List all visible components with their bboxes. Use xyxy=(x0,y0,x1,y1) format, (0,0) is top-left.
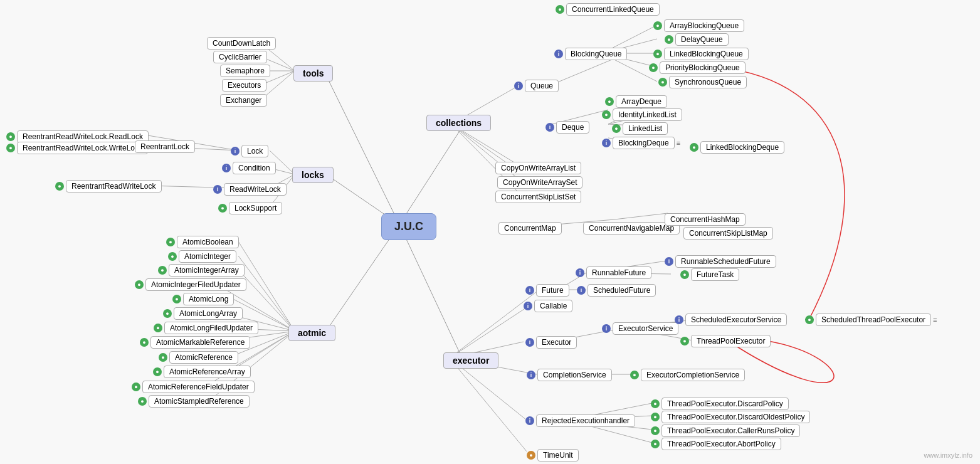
amr-icon: ● xyxy=(140,338,149,347)
locksupport-icon-c: ● xyxy=(218,204,227,213)
rwlock-icon-i: i xyxy=(213,185,222,194)
lock-node: i Lock xyxy=(231,145,268,157)
ar-icon: ● xyxy=(159,353,167,362)
tu-icon: ● xyxy=(527,451,535,460)
atomicreferencefieldsupdater-node: ● AtomicReferenceFieldUpdater xyxy=(132,381,255,393)
atomiclong-node: ● AtomicLong xyxy=(172,293,234,305)
runnablefuture-node: i RunnableFuture xyxy=(576,266,651,279)
copyonwritearraylist-node: CopyOnWriteArrayList xyxy=(495,162,581,174)
readwritelock-node: i ReadWriteLock xyxy=(213,183,287,196)
ill-icon: ● xyxy=(602,110,611,119)
abq-icon: ● xyxy=(653,21,662,30)
completionservice-label: CompletionService xyxy=(537,369,612,381)
svg-line-53 xyxy=(450,358,527,451)
sq-icon: ● xyxy=(658,78,667,87)
ai-icon: ● xyxy=(168,252,177,261)
lbd-icon: ● xyxy=(690,143,698,152)
rsf-icon: i xyxy=(665,257,673,266)
tools-label: tools xyxy=(293,65,333,82)
synchronousqueue-label: SynchronousQueue xyxy=(669,76,747,88)
aotmic-node: aotmic xyxy=(288,325,335,341)
cs-icon: i xyxy=(527,371,535,379)
queue-label: Queue xyxy=(525,80,559,92)
arraydeque-label: ArrayDeque xyxy=(616,95,667,108)
arfu-icon: ● xyxy=(132,382,140,391)
tpe-icon: ● xyxy=(680,337,689,345)
rf-icon: i xyxy=(576,268,584,277)
svg-line-4 xyxy=(399,224,462,358)
mindmap-canvas: J.U.C tools locks aotmic collections exe… xyxy=(0,0,980,464)
blockingdeque-label: BlockingDeque xyxy=(613,137,675,149)
reentrantreadwritelock-node: ● ReentrantReadWriteLock xyxy=(55,180,162,192)
executorservice-label: ExecutorService xyxy=(613,322,678,335)
countdownlatch-node: CountDownLatch xyxy=(207,37,276,50)
scheduledfuture-label: ScheduledFuture xyxy=(587,284,656,297)
atomicintegerarray-node: ● AtomicIntegerArray xyxy=(158,264,245,277)
runnablefuture-label: RunnableFuture xyxy=(586,266,651,279)
atomicboolean-node: ● AtomicBoolean xyxy=(166,236,239,248)
concurrentmap-node: ConcurrentMap xyxy=(498,222,562,235)
cssset-label: ConcurrentSkipListSet xyxy=(495,191,581,203)
dop-icon: ● xyxy=(651,413,660,421)
clq-icon: ● xyxy=(556,5,564,14)
re-label: RejectedExecutionhandler xyxy=(536,414,635,427)
ecs-label: ExecutorCompletionService xyxy=(641,369,745,381)
arraydeque-node: ● ArrayDeque xyxy=(605,95,667,108)
delayqueue-label: DelayQueue xyxy=(675,33,729,46)
priorityblockingqueue-node: ● PriorityBlockingQueue xyxy=(649,61,746,74)
cowset-label: CopyOnWriteArraySet xyxy=(497,176,582,189)
es-icon: i xyxy=(602,324,611,333)
ab-icon: ● xyxy=(166,238,175,246)
concurrentlinkedqueue-node: ● ConcurrentLinkedQueue xyxy=(556,3,660,16)
rrwl-readlock-label: ReentrantReadWriteLock.ReadLock xyxy=(17,130,149,143)
linkedblockingqueue-node: ● LinkedBlockingQueue xyxy=(653,48,749,60)
executor-sub-label: Executor xyxy=(536,336,577,349)
arrayblockingqueue-label: ArrayBlockingQueue xyxy=(664,19,744,32)
atomicintegerarray-label: AtomicIntegerArray xyxy=(169,264,245,277)
aotmic-label: aotmic xyxy=(288,325,335,341)
dop-label: ThreadPoolExecutor.DiscardOldestPolicy xyxy=(661,411,810,423)
callable-icon: i xyxy=(524,302,532,310)
atomiclongfiledupdater-node: ● AtomicLongFiledUpdater xyxy=(154,322,258,334)
readwritelock-label: ReadWriteLock xyxy=(224,183,287,196)
crp-icon: ● xyxy=(651,426,660,435)
dp-label: ThreadPoolExecutor.DiscardPolicy xyxy=(661,398,789,410)
locksupport-label: LockSupport xyxy=(229,202,282,214)
semaphore-node: Semaphore xyxy=(220,65,270,77)
executorservice-node: i ExecutorService xyxy=(602,322,678,335)
collections-label: collections xyxy=(426,115,491,131)
atomiclongfiledupdater-label: AtomicLongFiledUpdater xyxy=(164,322,258,334)
lbq-icon: ● xyxy=(653,50,662,58)
executor-node: executor xyxy=(443,352,498,369)
delayqueue-node: ● DelayQueue xyxy=(665,33,729,46)
rrwl-write-icon: ● xyxy=(6,144,15,152)
atomicinteger-label: AtomicInteger xyxy=(179,250,236,263)
atomicstampedreference-label: AtomicStampledReference xyxy=(149,395,250,408)
deque-node: i Deque xyxy=(545,121,589,134)
linkedlist-node: ● LinkedList xyxy=(612,122,668,135)
ala-icon: ● xyxy=(163,309,172,318)
copyonwritearrayset-node: CopyOnWriteArraySet xyxy=(497,176,582,189)
executor-label: executor xyxy=(443,352,498,369)
queue-node: i Queue xyxy=(514,80,559,92)
cowlist-label: CopyOnWriteArrayList xyxy=(495,162,581,174)
ses-icon: i xyxy=(675,315,683,324)
condition-icon-i: i xyxy=(222,164,231,172)
linkedblockingqueue-label: LinkedBlockingQueue xyxy=(664,48,749,60)
svg-line-46 xyxy=(614,213,668,219)
svg-line-49 xyxy=(450,305,530,358)
threadpoolexecutor-node: ● ThreadPoolExecutor xyxy=(680,335,771,347)
identitylinkedlist-label: IdentityLinkedList xyxy=(613,108,682,121)
lock-icon-i: i xyxy=(231,147,240,156)
atomicreferencefieldsupdater-label: AtomicReferenceFieldUpdater xyxy=(142,381,255,393)
futuretask-label: FutureTask xyxy=(691,268,739,281)
cyclicbarrier-label: CyclicBarrier xyxy=(213,51,267,63)
al-icon: ● xyxy=(172,295,181,303)
semaphore-label: Semaphore xyxy=(220,65,270,77)
cslmap-label: ConcurrentSkipListMap xyxy=(683,227,773,240)
exec-icon: i xyxy=(525,338,534,347)
aia-icon: ● xyxy=(158,266,167,275)
executors-label: Executors xyxy=(222,79,266,92)
deque-label: Deque xyxy=(556,121,589,134)
atomicreferencearray-label: AtomicReferenceArray xyxy=(164,366,251,378)
